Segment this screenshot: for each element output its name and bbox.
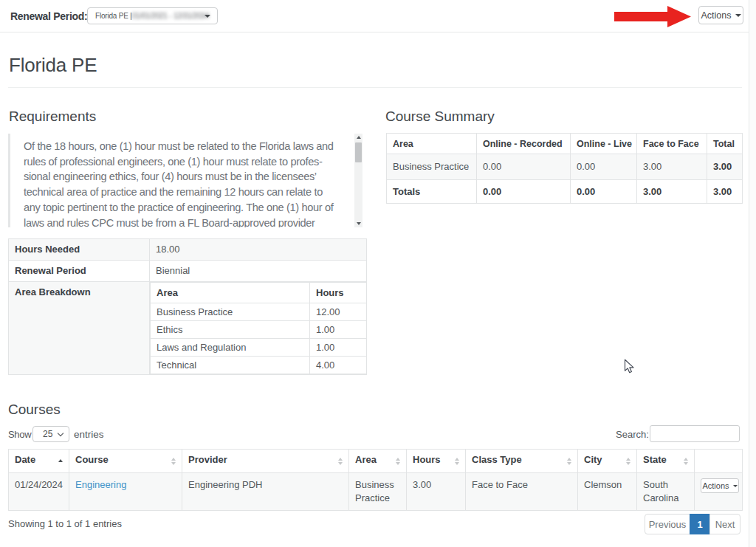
breakdown-hours: 4.00 (310, 357, 367, 374)
requirements-left-bar (8, 134, 10, 227)
summary-totals-label: Totals (387, 180, 477, 204)
course-hours: 3.00 (407, 473, 466, 511)
page-size-select[interactable]: 25 (32, 426, 69, 442)
sort-icon (567, 458, 572, 465)
table-row: Hours Needed 18.00 (9, 239, 367, 261)
hours-needed-value: 18.00 (150, 239, 367, 261)
scrollbar-thumb[interactable] (355, 142, 362, 162)
summary-cell: 0.00 (571, 180, 637, 204)
renewal-period-dropdown-dates: 01/01/2021 - 12/31/2034 (132, 12, 209, 20)
table-row: Technical 4.00 (151, 357, 367, 374)
sort-icon (626, 458, 631, 465)
summary-header-total: Total (707, 134, 743, 154)
row-actions-label: Actions (702, 479, 729, 492)
course-summary-table: Area Online - Recorded Online - Live Fac… (386, 133, 743, 204)
breakdown-hours: 12.00 (310, 303, 367, 321)
table-row: Totals 0.00 0.00 3.00 3.00 (387, 180, 743, 204)
breakdown-area: Laws and Regulation (151, 339, 310, 357)
breakdown-area: Technical (151, 357, 310, 374)
table-row: Business Practice 0.00 0.00 3.00 3.00 (387, 154, 743, 180)
sort-icon (455, 458, 460, 465)
table-row: Ethics 1.00 (151, 321, 367, 339)
scroll-up-icon[interactable] (354, 134, 362, 141)
renewal-period-dropdown-value: Florida PE | (95, 12, 132, 20)
sort-icon (338, 458, 343, 465)
summary-header-face-to-face: Face to Face (637, 134, 707, 154)
course-state: South Carolina (637, 473, 695, 511)
courses-table: Date Course Provider Area Hours Class Ty… (8, 449, 743, 511)
chevron-down-icon (733, 485, 738, 487)
breakdown-area: Ethics (151, 321, 310, 339)
page-1-button[interactable]: 1 (690, 514, 710, 534)
show-label: Show (8, 429, 31, 440)
table-row: Renewal Period Biennial (9, 261, 367, 282)
courses-header-area[interactable]: Area (349, 450, 407, 473)
breakdown-hours: 1.00 (310, 339, 367, 357)
pagination: Previous 1 Next (645, 514, 740, 534)
entries-label: entries (74, 429, 104, 440)
area-breakdown-label: Area Breakdown (9, 282, 150, 375)
course-provider: Engineering PDH (182, 473, 349, 511)
hours-needed-label: Hours Needed (9, 239, 150, 261)
courses-header-course[interactable]: Course (69, 450, 182, 473)
courses-header-class-type[interactable]: Class Type (466, 450, 578, 473)
course-summary-heading: Course Summary (385, 109, 495, 125)
red-arrow-annotation (614, 5, 692, 28)
table-row: 01/24/2024 Engineering Engineering PDH B… (9, 473, 743, 511)
search-input[interactable] (650, 425, 740, 442)
actions-button-label: Actions (701, 10, 732, 21)
summary-header-online-recorded: Online - Recorded (477, 134, 571, 154)
requirements-textbox[interactable]: Of the 18 hours, one (1) hour must be re… (8, 134, 362, 227)
page: Renewal Period: Florida PE | 01/01/2021 … (0, 0, 756, 547)
search-label: Search: (616, 429, 649, 440)
summary-header-area: Area (387, 134, 477, 154)
courses-heading: Courses (8, 402, 61, 418)
chevron-down-icon (58, 430, 63, 436)
renewal-period-row-label: Renewal Period (9, 261, 150, 282)
top-bar: Renewal Period: Florida PE | 01/01/2021 … (0, 0, 756, 32)
courses-header-hours[interactable]: Hours (407, 450, 466, 473)
page-scrollbar[interactable] (749, 0, 756, 547)
course-link[interactable]: Engineering (75, 479, 126, 490)
table-row: Date Course Provider Area Hours Class Ty… (9, 450, 743, 473)
breakdown-header-hours: Hours (310, 283, 367, 303)
table-row: Area Breakdown Area Hours Business (9, 282, 367, 375)
breakdown-header-area: Area (151, 283, 310, 303)
summary-cell: 0.00 (477, 180, 571, 204)
course-date: 01/24/2024 (9, 473, 69, 511)
summary-header-online-live: Online - Live (571, 134, 637, 154)
summary-cell: 0.00 (571, 154, 637, 180)
table-row: Laws and Regulation 1.00 (151, 339, 367, 357)
summary-cell-total: 3.00 (707, 180, 743, 204)
requirements-heading: Requirements (9, 109, 96, 125)
requirements-scrollbar[interactable] (354, 134, 362, 227)
chevron-down-icon (205, 15, 210, 18)
requirements-text: Of the 18 hours, one (1) hour must be re… (24, 139, 356, 227)
showing-entries-text: Showing 1 to 1 of 1 entries (8, 518, 122, 529)
course-class-type: Face to Face (466, 473, 578, 511)
breakdown-hours: 1.00 (310, 321, 367, 339)
courses-header-actions (695, 450, 743, 473)
page-title: Florida PE (9, 54, 97, 77)
next-page-button[interactable]: Next (709, 514, 740, 534)
renewal-period-dropdown[interactable]: Florida PE | 01/01/2021 - 12/31/2034 (87, 7, 218, 24)
course-city: Clemson (578, 473, 637, 511)
area-breakdown-table: Area Hours Business Practice 12.00 Ethic… (150, 282, 367, 374)
courses-header-date[interactable]: Date (9, 450, 69, 473)
row-actions-button[interactable]: Actions (701, 478, 739, 493)
summary-cell-total: 3.00 (707, 154, 743, 180)
actions-button[interactable]: Actions (698, 6, 743, 24)
courses-header-provider[interactable]: Provider (182, 450, 349, 473)
courses-header-city[interactable]: City (578, 450, 637, 473)
breakdown-area: Business Practice (151, 303, 310, 321)
renewal-period-row-value: Biennial (150, 261, 367, 282)
renewal-period-label: Renewal Period: (10, 10, 87, 22)
scroll-down-icon[interactable] (354, 220, 362, 227)
page-size-value: 25 (43, 429, 52, 439)
previous-page-button[interactable]: Previous (645, 514, 690, 534)
summary-cell: 0.00 (477, 154, 571, 180)
courses-header-state[interactable]: State (637, 450, 695, 473)
course-area: Business Practice (349, 473, 407, 511)
sort-icon (171, 458, 176, 465)
sort-asc-icon (58, 458, 63, 465)
